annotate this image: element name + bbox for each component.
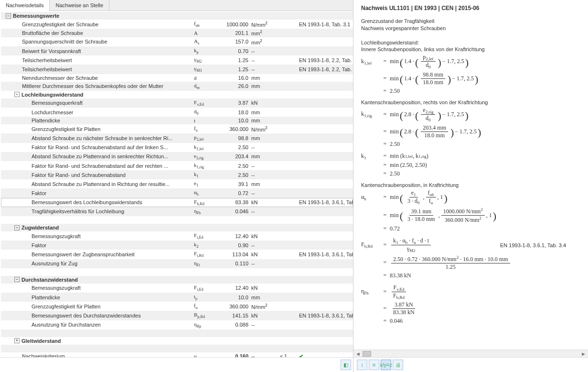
property-symbol: Bp,Rd xyxy=(194,312,218,319)
property-name: Grenzzugfestigkeit für Platten xyxy=(32,126,194,132)
property-row[interactable]: Mittlerer Durchmesser des Schraubenkopfe… xyxy=(1,82,353,91)
property-value: 10.0 xyxy=(218,118,251,123)
tab-bar: Nachweisdetails Nachweise an Stelle xyxy=(0,0,353,11)
property-unit: mm xyxy=(251,181,280,187)
property-name: Abstand Schraube zu Plattenrand in senkr… xyxy=(32,153,194,159)
property-unit: -- xyxy=(251,190,280,196)
print-icon[interactable]: 🖨 xyxy=(393,360,403,370)
property-row[interactable]: TeilsicherheitsbeiwertγM31.25--EN 1993-1… xyxy=(1,65,353,74)
group-header[interactable]: −Bemessungswerte xyxy=(1,12,353,20)
property-unit: -- xyxy=(251,322,280,328)
property-row[interactable]: Spannungsquerschnitt der SchraubeAs157.0… xyxy=(1,37,353,46)
property-symbol: As xyxy=(194,38,218,45)
property-row[interactable]: BemessungszugkraftFt,Ed12.40kN xyxy=(1,284,353,293)
toolbar-btn-1[interactable]: ↕ xyxy=(357,360,367,370)
property-row[interactable]: Lochdurchmesserd018.0mm xyxy=(1,108,353,117)
property-unit: N/mm2 xyxy=(251,126,280,132)
eq-k1-1: k1= min (k1,lef, k1,rig) xyxy=(361,153,580,160)
property-value: 98.8 xyxy=(218,135,251,141)
collapse-icon[interactable]: − xyxy=(14,92,20,97)
property-symbol: d0 xyxy=(194,109,218,116)
eq-k1-3: =2.50 xyxy=(361,170,580,177)
property-name: Teilsicherheitsbeiwert xyxy=(22,57,194,63)
property-row[interactable]: Bemessungswert der ZugbeanspruchbarkeitF… xyxy=(1,250,353,259)
property-row[interactable]: Grenzzugfestigkeit für Plattenfu360.000N… xyxy=(1,302,353,311)
property-symbol: dm xyxy=(194,83,218,90)
collapse-icon[interactable]: − xyxy=(14,277,20,282)
expand-icon[interactable]: ◧ xyxy=(341,360,351,370)
group-header[interactable]: −Zugwiderstand xyxy=(1,224,353,231)
property-value: 1.25 xyxy=(218,66,251,72)
toolbar-btn-3[interactable]: x/y=z xyxy=(381,360,391,370)
property-value: 201.1 xyxy=(218,30,251,36)
collapse-icon[interactable]: − xyxy=(14,225,20,230)
property-row[interactable]: Abstand Schraube zu nächster Schraube in… xyxy=(1,133,353,142)
property-row[interactable]: Abstand Schraube zu Plattenrand in senkr… xyxy=(1,152,353,161)
property-value: 2.50 xyxy=(218,172,251,178)
property-value: 0.088 xyxy=(218,322,251,328)
property-row[interactable]: Grenzzugfestigkeit der Schraubefub1000.0… xyxy=(1,20,353,29)
property-row[interactable]: Grenzzugfestigkeit für Plattenfu360.000N… xyxy=(1,124,353,133)
criterion-row[interactable]: Nachweiskriteriumη0.160--≤ 1✔ xyxy=(1,352,353,357)
section-1-sub: Innere Schraubenposition, links von der … xyxy=(361,46,580,52)
property-unit: kN xyxy=(251,199,280,205)
property-symbol: fu xyxy=(194,125,218,132)
group-header[interactable]: +Gleitwiderstand xyxy=(1,337,353,345)
property-unit: mm2 xyxy=(251,39,280,45)
property-symbol: k1,rig xyxy=(194,162,218,169)
property-symbol: fu xyxy=(194,303,218,310)
property-row[interactable]: TeilsicherheitsbeiwertγM21.25--EN 1993-1… xyxy=(1,55,353,65)
formula-view[interactable]: Nachweis UL1101 | EN 1993 | CEN | 2015-0… xyxy=(353,0,588,350)
toolbar-btn-2[interactable]: ≡ xyxy=(369,360,379,370)
property-row[interactable]: BemessungszugkraftFt,Ed12.40kN xyxy=(1,231,353,241)
right-toolbar: ↕ ≡ x/y=z 🖨 xyxy=(353,357,588,372)
property-row[interactable]: Faktorαb0.72-- xyxy=(1,188,353,197)
group-title: Zugwiderstand xyxy=(21,225,351,230)
property-row[interactable]: Plattendicketp10.0mm xyxy=(1,293,353,302)
property-unit: -- xyxy=(251,57,280,63)
property-tree[interactable]: −BemessungswerteGrenzzugfestigkeit der S… xyxy=(0,11,353,357)
property-row[interactable]: Faktor für Rand- und Schraubenabstand au… xyxy=(1,161,353,170)
property-row[interactable]: Tragfähigkeitsverhältnis für Lochleibung… xyxy=(1,207,353,216)
property-unit: -- xyxy=(251,144,280,150)
property-name: Bemessungswert der Zugbeanspruchbarkeit xyxy=(32,252,194,257)
group-header[interactable]: −Durchstanzwiderstand xyxy=(1,276,353,284)
group-header[interactable]: −Lochleibungswiderstand xyxy=(1,91,353,98)
property-row[interactable]: Beiwert für Vorspannkraftkp0.70-- xyxy=(1,46,353,55)
eq-ab-3: =0.72 xyxy=(361,225,580,232)
property-row[interactable]: Bemessungswert des Lochleibungswiderstan… xyxy=(1,198,353,207)
property-value: 16.0 xyxy=(218,75,251,81)
property-name: Lochdurchmesser xyxy=(32,109,194,115)
eq-k1rig-3: =2.50 xyxy=(361,141,580,148)
property-row[interactable]: Ausnutzung für DurchstanzenηBp0.088-- xyxy=(1,320,353,329)
property-unit: kN xyxy=(251,252,280,257)
property-unit: kN xyxy=(251,100,280,106)
expand-icon[interactable]: + xyxy=(14,338,20,343)
property-ref: EN 1993-1-8, 3.6.1, Tab. 3.4 xyxy=(299,199,353,205)
collapse-icon[interactable]: − xyxy=(6,13,11,19)
property-row[interactable]: Bemessungswert des Durchstanzwiderstande… xyxy=(1,311,353,320)
property-row[interactable]: Plattendicket10.0mm xyxy=(1,117,353,124)
right-sub2: Nachweis vorgespannter Schrauben xyxy=(361,25,580,31)
property-symbol: e2,rig xyxy=(194,153,218,160)
section-3-sub: Kantenschraubenposition, in Kraftrichtun… xyxy=(361,182,580,188)
property-name: Faktor für Rand- und Schraubenabstand xyxy=(32,172,194,178)
property-row[interactable]: BemessungsquerkraftFv,Ed3.87kN xyxy=(1,98,353,108)
property-row[interactable]: Nenndurchmesser der Schraubed16.0mm xyxy=(1,74,353,82)
criterion-value: 0.160 xyxy=(218,353,251,357)
group-title: Bemessungswerte xyxy=(13,13,351,19)
property-value: 2.50 xyxy=(218,144,251,150)
property-value: 3.87 xyxy=(218,100,251,106)
scrollbar-thumb[interactable] xyxy=(363,351,371,357)
property-row[interactable]: Faktor für Rand- und Schraubenabstand au… xyxy=(1,143,353,152)
property-row[interactable]: Bruttofläche der SchraubeA201.1mm2 xyxy=(1,29,353,37)
property-row[interactable]: Ausnutzung für ZugηFt0.110-- xyxy=(1,259,353,268)
property-row[interactable]: Abstand Schraube zu Plattenrand in Richt… xyxy=(1,179,353,188)
right-panel: Nachweis UL1101 | EN 1993 | CEN | 2015-0… xyxy=(353,0,588,372)
eq-k1rig-1: k1,rig= min (2.8 · (e2,rigd0) − 1.7, 2.5… xyxy=(361,107,580,123)
tab-at-position[interactable]: Nachweise an Stelle xyxy=(50,0,109,11)
horizontal-scrollbar[interactable]: ◄ ► xyxy=(353,350,588,357)
property-row[interactable]: Faktork20.90-- xyxy=(1,241,353,250)
property-row[interactable]: Faktor für Rand- und Schraubenabstandk12… xyxy=(1,170,353,179)
tab-details[interactable]: Nachweisdetails xyxy=(0,0,50,11)
